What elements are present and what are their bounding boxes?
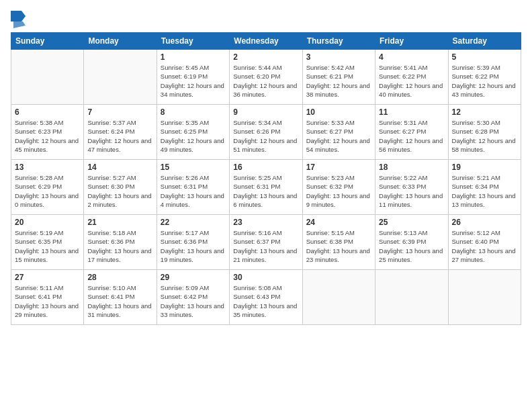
day-header-monday: Monday	[84, 33, 157, 50]
calendar-cell	[11, 50, 84, 105]
day-info: Sunrise: 5:18 AMSunset: 6:36 PMDaylight:…	[87, 228, 152, 264]
day-header-tuesday: Tuesday	[157, 33, 229, 50]
calendar-cell: 15Sunrise: 5:26 AMSunset: 6:31 PMDayligh…	[157, 160, 229, 215]
day-number: 30	[233, 273, 298, 282]
svg-marker-1	[13, 21, 26, 28]
calendar-cell: 23Sunrise: 5:16 AMSunset: 6:37 PMDayligh…	[230, 215, 302, 270]
calendar-cell: 24Sunrise: 5:15 AMSunset: 6:38 PMDayligh…	[302, 215, 375, 270]
calendar-cell: 20Sunrise: 5:19 AMSunset: 6:35 PMDayligh…	[11, 215, 84, 270]
day-info: Sunrise: 5:22 AMSunset: 6:33 PMDaylight:…	[379, 173, 444, 209]
day-header-sunday: Sunday	[11, 33, 84, 50]
calendar-cell: 4Sunrise: 5:41 AMSunset: 6:22 PMDaylight…	[375, 50, 448, 105]
day-info: Sunrise: 5:31 AMSunset: 6:27 PMDaylight:…	[379, 118, 444, 154]
day-number: 24	[306, 218, 371, 227]
day-number: 12	[452, 107, 517, 117]
calendar-week-4: 20Sunrise: 5:19 AMSunset: 6:35 PMDayligh…	[11, 215, 521, 270]
day-number: 2	[233, 52, 298, 62]
day-number: 3	[306, 52, 371, 62]
day-number: 28	[87, 273, 152, 282]
calendar-table: SundayMondayTuesdayWednesdayThursdayFrid…	[11, 32, 521, 325]
calendar-cell: 2Sunrise: 5:44 AMSunset: 6:20 PMDaylight…	[230, 50, 302, 105]
day-number: 21	[87, 218, 152, 227]
calendar-cell: 11Sunrise: 5:31 AMSunset: 6:27 PMDayligh…	[375, 105, 448, 160]
day-number: 10	[306, 107, 371, 117]
day-number: 19	[452, 163, 517, 172]
day-info: Sunrise: 5:26 AMSunset: 6:31 PMDaylight:…	[161, 173, 226, 209]
calendar-cell: 17Sunrise: 5:23 AMSunset: 6:32 PMDayligh…	[302, 160, 375, 215]
day-info: Sunrise: 5:42 AMSunset: 6:21 PMDaylight:…	[306, 63, 371, 99]
calendar-cell: 10Sunrise: 5:33 AMSunset: 6:27 PMDayligh…	[302, 105, 375, 160]
logo-icon	[11, 11, 23, 26]
day-number: 13	[15, 163, 80, 172]
day-header-friday: Friday	[375, 33, 448, 50]
calendar-cell	[302, 270, 375, 325]
calendar-cell: 5Sunrise: 5:39 AMSunset: 6:22 PMDaylight…	[448, 50, 521, 105]
day-info: Sunrise: 5:28 AMSunset: 6:29 PMDaylight:…	[15, 173, 80, 209]
day-number: 25	[379, 218, 444, 227]
day-number: 27	[15, 273, 80, 282]
day-info: Sunrise: 5:27 AMSunset: 6:30 PMDaylight:…	[87, 173, 152, 209]
day-number: 20	[15, 218, 80, 227]
calendar-week-3: 13Sunrise: 5:28 AMSunset: 6:29 PMDayligh…	[11, 160, 521, 215]
day-info: Sunrise: 5:10 AMSunset: 6:41 PMDaylight:…	[87, 283, 152, 319]
calendar-cell: 25Sunrise: 5:13 AMSunset: 6:39 PMDayligh…	[375, 215, 448, 270]
day-info: Sunrise: 5:17 AMSunset: 6:36 PMDaylight:…	[161, 228, 226, 264]
day-info: Sunrise: 5:13 AMSunset: 6:39 PMDaylight:…	[379, 228, 444, 264]
day-number: 16	[233, 163, 298, 172]
day-number: 11	[379, 107, 444, 117]
day-info: Sunrise: 5:08 AMSunset: 6:43 PMDaylight:…	[233, 283, 298, 319]
calendar-cell: 14Sunrise: 5:27 AMSunset: 6:30 PMDayligh…	[84, 160, 157, 215]
day-number: 14	[87, 163, 152, 172]
day-info: Sunrise: 5:35 AMSunset: 6:25 PMDaylight:…	[161, 118, 226, 154]
day-number: 4	[379, 52, 444, 62]
day-info: Sunrise: 5:19 AMSunset: 6:35 PMDaylight:…	[15, 228, 80, 264]
calendar-cell: 8Sunrise: 5:35 AMSunset: 6:25 PMDaylight…	[157, 105, 229, 160]
calendar-cell: 13Sunrise: 5:28 AMSunset: 6:29 PMDayligh…	[11, 160, 84, 215]
calendar-cell: 26Sunrise: 5:12 AMSunset: 6:40 PMDayligh…	[448, 215, 521, 270]
page-header	[11, 11, 521, 26]
day-number: 29	[161, 273, 226, 282]
calendar-cell: 3Sunrise: 5:42 AMSunset: 6:21 PMDaylight…	[302, 50, 375, 105]
day-info: Sunrise: 5:45 AMSunset: 6:19 PMDaylight:…	[161, 63, 226, 99]
day-info: Sunrise: 5:34 AMSunset: 6:26 PMDaylight:…	[233, 118, 298, 154]
calendar-cell: 18Sunrise: 5:22 AMSunset: 6:33 PMDayligh…	[375, 160, 448, 215]
day-number: 15	[161, 163, 226, 172]
day-number: 23	[233, 218, 298, 227]
day-info: Sunrise: 5:37 AMSunset: 6:24 PMDaylight:…	[87, 118, 152, 154]
day-number: 7	[87, 107, 152, 117]
day-info: Sunrise: 5:23 AMSunset: 6:32 PMDaylight:…	[306, 173, 371, 209]
calendar-cell	[84, 50, 157, 105]
day-number: 26	[452, 218, 517, 227]
day-number: 17	[306, 163, 371, 172]
day-number: 6	[15, 107, 80, 117]
day-info: Sunrise: 5:33 AMSunset: 6:27 PMDaylight:…	[306, 118, 371, 154]
day-info: Sunrise: 5:38 AMSunset: 6:23 PMDaylight:…	[15, 118, 80, 154]
calendar-cell: 22Sunrise: 5:17 AMSunset: 6:36 PMDayligh…	[157, 215, 229, 270]
day-number: 5	[452, 52, 517, 62]
calendar-cell: 6Sunrise: 5:38 AMSunset: 6:23 PMDaylight…	[11, 105, 84, 160]
calendar-cell: 7Sunrise: 5:37 AMSunset: 6:24 PMDaylight…	[84, 105, 157, 160]
logo	[11, 11, 26, 26]
calendar-cell: 19Sunrise: 5:21 AMSunset: 6:34 PMDayligh…	[448, 160, 521, 215]
calendar-cell: 9Sunrise: 5:34 AMSunset: 6:26 PMDaylight…	[230, 105, 302, 160]
day-info: Sunrise: 5:21 AMSunset: 6:34 PMDaylight:…	[452, 173, 517, 209]
day-info: Sunrise: 5:25 AMSunset: 6:31 PMDaylight:…	[233, 173, 298, 209]
day-info: Sunrise: 5:41 AMSunset: 6:22 PMDaylight:…	[379, 63, 444, 99]
calendar-cell: 30Sunrise: 5:08 AMSunset: 6:43 PMDayligh…	[230, 270, 302, 325]
day-info: Sunrise: 5:12 AMSunset: 6:40 PMDaylight:…	[452, 228, 517, 264]
day-header-saturday: Saturday	[448, 33, 521, 50]
day-number: 22	[161, 218, 226, 227]
calendar-cell: 21Sunrise: 5:18 AMSunset: 6:36 PMDayligh…	[84, 215, 157, 270]
day-number: 9	[233, 107, 298, 117]
calendar-cell: 16Sunrise: 5:25 AMSunset: 6:31 PMDayligh…	[230, 160, 302, 215]
calendar-week-1: 1Sunrise: 5:45 AMSunset: 6:19 PMDaylight…	[11, 50, 521, 105]
day-number: 8	[161, 107, 226, 117]
day-info: Sunrise: 5:30 AMSunset: 6:28 PMDaylight:…	[452, 118, 517, 154]
day-number: 1	[161, 52, 226, 62]
day-info: Sunrise: 5:11 AMSunset: 6:41 PMDaylight:…	[15, 283, 80, 319]
calendar-cell: 1Sunrise: 5:45 AMSunset: 6:19 PMDaylight…	[157, 50, 229, 105]
calendar-week-5: 27Sunrise: 5:11 AMSunset: 6:41 PMDayligh…	[11, 270, 521, 325]
calendar-week-2: 6Sunrise: 5:38 AMSunset: 6:23 PMDaylight…	[11, 105, 521, 160]
day-header-wednesday: Wednesday	[230, 33, 302, 50]
day-info: Sunrise: 5:09 AMSunset: 6:42 PMDaylight:…	[161, 283, 226, 319]
